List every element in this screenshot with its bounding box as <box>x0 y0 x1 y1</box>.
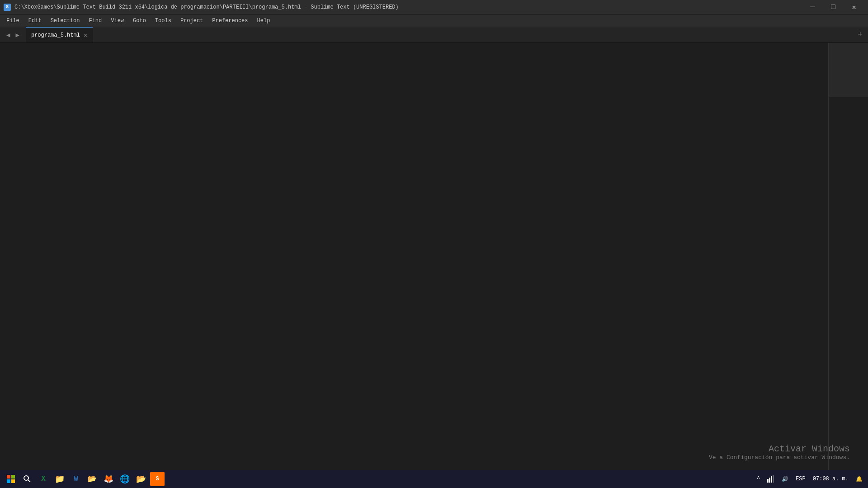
volume-icon[interactable]: 🔊 <box>780 476 790 483</box>
folder-taskbar-icon[interactable]: 📁 <box>52 472 67 486</box>
svg-rect-0 <box>7 475 10 479</box>
close-button[interactable]: ✕ <box>844 0 864 14</box>
svg-line-5 <box>28 480 30 482</box>
app-icon: S <box>4 4 11 11</box>
tab-close-button[interactable]: ✕ <box>84 31 87 39</box>
title-bar-left: S C:\XboxGames\Sublime Text Build 3211 x… <box>4 4 399 11</box>
add-tab-button[interactable]: + <box>852 27 868 42</box>
network-icon[interactable] <box>765 475 776 483</box>
menu-edit[interactable]: Edit <box>24 16 46 26</box>
taskbar: X 📁 W 📂 🦊 🌐 📂 S ^ 🔊 ESP 07:08 a. m. 🔔 <box>0 470 868 488</box>
svg-point-4 <box>24 476 28 480</box>
svg-rect-8 <box>771 476 772 483</box>
maximize-button[interactable]: □ <box>823 0 844 14</box>
svg-rect-2 <box>7 479 10 483</box>
editor-container <box>0 43 868 475</box>
excel-taskbar-icon[interactable]: X <box>36 472 51 486</box>
taskbar-left: X 📁 W 📂 🦊 🌐 📂 S <box>4 472 165 486</box>
minimap[interactable] <box>828 43 868 475</box>
menu-help[interactable]: Help <box>253 16 275 26</box>
nav-buttons: ◀ ▶ <box>0 27 26 42</box>
svg-rect-7 <box>769 478 770 483</box>
title-controls: ─ □ ✕ <box>802 0 864 14</box>
menu-selection[interactable]: Selection <box>46 16 85 26</box>
language-indicator[interactable]: ESP <box>794 476 807 482</box>
explorer-taskbar-icon[interactable]: 📂 <box>134 472 148 486</box>
code-area[interactable] <box>22 43 828 475</box>
active-tab[interactable]: programa_5.html ✕ <box>26 27 93 42</box>
tab-label: programa_5.html <box>31 32 80 38</box>
chrome-taskbar-icon[interactable]: 🌐 <box>118 472 132 486</box>
minimap-viewport <box>829 43 868 97</box>
menu-find[interactable]: Find <box>84 16 106 26</box>
menu-goto[interactable]: Goto <box>128 16 151 26</box>
minimize-button[interactable]: ─ <box>802 0 823 14</box>
title-bar: S C:\XboxGames\Sublime Text Build 3211 x… <box>0 0 868 14</box>
menu-file[interactable]: File <box>2 16 24 26</box>
tab-bar: ◀ ▶ programa_5.html ✕ + <box>0 27 868 43</box>
menu-preferences[interactable]: Preferences <box>208 16 252 26</box>
system-tray[interactable]: ^ <box>755 476 762 482</box>
menu-bar: File Edit Selection Find View Goto Tools… <box>0 14 868 27</box>
menu-project[interactable]: Project <box>176 16 208 26</box>
menu-tools[interactable]: Tools <box>151 16 176 26</box>
start-button[interactable] <box>4 472 18 486</box>
sublime-taskbar-icon[interactable]: S <box>150 472 165 486</box>
line-numbers <box>0 43 22 475</box>
taskbar-right: ^ 🔊 ESP 07:08 a. m. 🔔 <box>755 475 864 483</box>
search-taskbar-button[interactable] <box>20 472 34 486</box>
svg-rect-1 <box>11 475 15 479</box>
files-taskbar-icon[interactable]: 📂 <box>85 472 99 486</box>
svg-rect-9 <box>773 475 774 483</box>
nav-forward[interactable]: ▶ <box>13 30 22 40</box>
firefox-taskbar-icon[interactable]: 🦊 <box>101 472 116 486</box>
svg-rect-3 <box>11 479 15 483</box>
word-taskbar-icon[interactable]: W <box>69 472 83 486</box>
menu-view[interactable]: View <box>106 16 128 26</box>
title-text: C:\XboxGames\Sublime Text Build 3211 x64… <box>14 4 399 10</box>
clock[interactable]: 07:08 a. m. <box>811 476 850 482</box>
nav-back[interactable]: ◀ <box>4 30 13 40</box>
notification-button[interactable]: 🔔 <box>854 476 864 483</box>
svg-rect-6 <box>767 479 769 483</box>
